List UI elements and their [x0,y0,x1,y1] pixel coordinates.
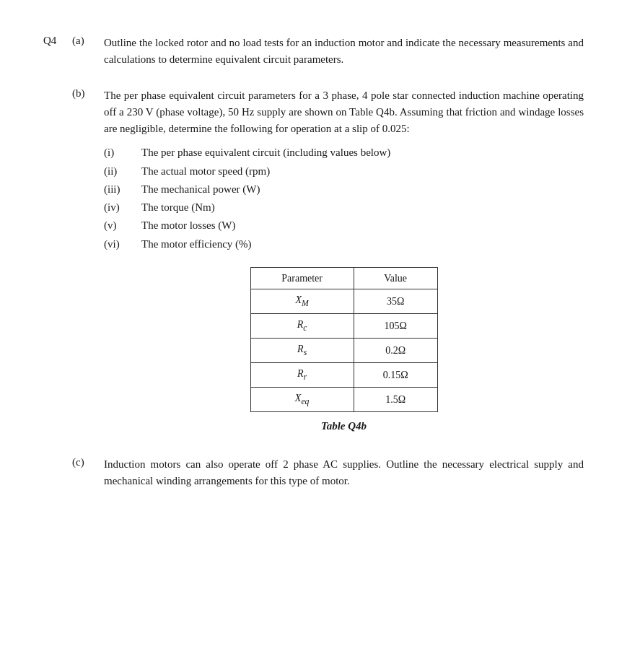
sub-label-ii: (ii) [104,163,141,180]
part-a-content: Outline the locked rotor and no load tes… [104,35,584,69]
table-row-rr: Rr 0.15Ω [250,363,437,388]
table-header-value: Value [354,267,437,289]
table-caption: Table Q4b [321,418,367,435]
table-container: Parameter Value XM 35Ω Rc 105Ω [104,267,584,435]
sub-label-iii: (iii) [104,181,141,198]
part-c-row: (c) Induction motors can also operate of… [43,456,584,490]
q4-label: Q4 [43,35,72,69]
sub-text-vi: The motor efficiency (%) [141,236,584,253]
part-c-label: (c) [72,456,104,490]
sub-text-ii: The actual motor speed (rpm) [141,163,584,180]
sub-item-v: (v) The motor losses (W) [104,217,584,234]
param-rs: Rs [250,339,354,363]
table-header-parameter: Parameter [250,267,354,289]
table-row-xeq: Xeq 1.5Ω [250,387,437,411]
part-b-label: (b) [72,87,104,435]
q-empty-label [43,87,72,435]
sub-item-i: (i) The per phase equivalent circuit (in… [104,144,584,161]
value-xm: 35Ω [354,289,437,314]
sub-text-iv: The torque (Nm) [141,199,584,216]
table-row-xm: XM 35Ω [250,289,437,314]
sub-item-vi: (vi) The motor efficiency (%) [104,236,584,253]
param-xeq: Xeq [250,387,354,411]
part-a-row: Q4 (a) Outline the locked rotor and no l… [43,35,584,69]
q-empty-label-c [43,456,72,490]
page: Q4 (a) Outline the locked rotor and no l… [43,35,584,490]
table-row-rc: Rc 105Ω [250,314,437,339]
sub-item-iii: (iii) The mechanical power (W) [104,181,584,198]
sub-items-list: (i) The per phase equivalent circuit (in… [104,144,584,253]
value-xeq: 1.5Ω [354,387,437,411]
sub-item-iv: (iv) The torque (Nm) [104,199,584,216]
sub-label-v: (v) [104,217,141,234]
value-rr: 0.15Ω [354,363,437,388]
sub-text-iii: The mechanical power (W) [141,181,584,198]
sub-label-iv: (iv) [104,199,141,216]
sub-text-i: The per phase equivalent circuit (includ… [141,144,584,161]
value-rs: 0.2Ω [354,339,437,363]
sub-label-vi: (vi) [104,236,141,253]
param-rr: Rr [250,363,354,388]
table-q4b: Parameter Value XM 35Ω Rc 105Ω [250,267,438,412]
value-rc: 105Ω [354,314,437,339]
part-b-row: (b) The per phase equivalent circuit par… [43,87,584,435]
param-xm: XM [250,289,354,314]
sub-text-v: The motor losses (W) [141,217,584,234]
table-row-rs: Rs 0.2Ω [250,339,437,363]
part-b-content: The per phase equivalent circuit paramet… [104,87,584,435]
part-a-label: (a) [72,35,104,69]
sub-label-i: (i) [104,144,141,161]
sub-item-ii: (ii) The actual motor speed (rpm) [104,163,584,180]
part-b-text: The per phase equivalent circuit paramet… [104,90,584,135]
param-rc: Rc [250,314,354,339]
part-c-content: Induction motors can also operate off 2 … [104,456,584,490]
